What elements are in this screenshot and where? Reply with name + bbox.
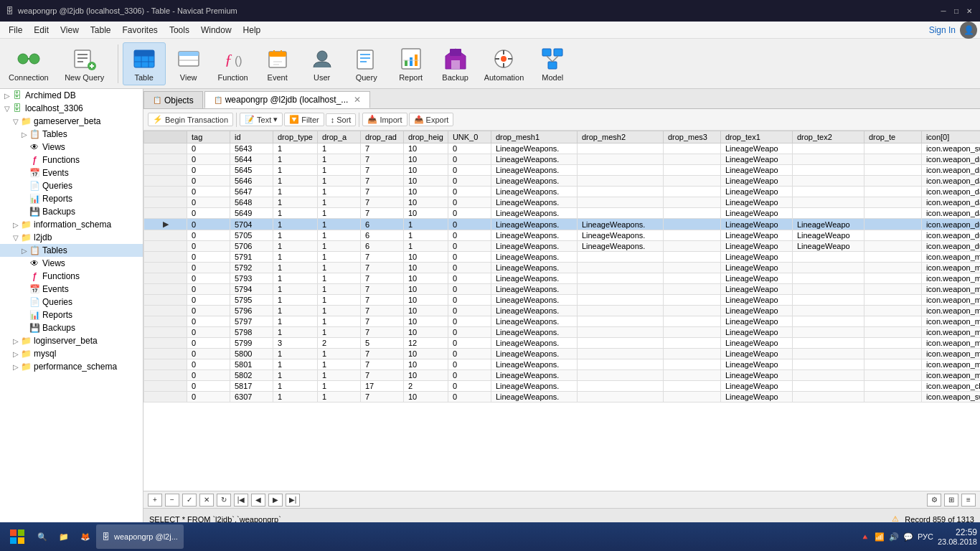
table-row[interactable]: ▶0570411610LineageWeapons.LineageWeapons… (144, 219, 981, 230)
table-row[interactable]: 05644117100LineageWeapons.LineageWeapoic… (144, 154, 981, 165)
table-row[interactable]: 05648117100LineageWeapons.LineageWeapoic… (144, 197, 981, 208)
menu-tools[interactable]: Tools (164, 24, 195, 37)
col-drop-mesh2[interactable]: drop_mesh2 (577, 131, 663, 143)
sidebar-item-l2jdb-queries[interactable]: 📄 Queries (0, 296, 143, 309)
toolbar-event[interactable]: Event (256, 42, 299, 85)
col-id[interactable]: id (230, 131, 273, 143)
sidebar-item-gs-reports[interactable]: 📊 Reports (0, 192, 143, 205)
taskbar-search[interactable]: 🔍 (32, 524, 53, 549)
sidebar-item-info-schema[interactable]: ▷ 📁 information_schema (0, 218, 143, 231)
table-row[interactable]: 0570511610LineageWeapons.LineageWeapons.… (144, 230, 981, 241)
col-drop-tex3[interactable]: drop_te (864, 131, 921, 143)
toolbar-backup[interactable]: Backup (434, 42, 477, 85)
table-row[interactable]: 05645117100LineageWeapons.LineageWeapoic… (144, 165, 981, 176)
toolbar-table[interactable]: Table (123, 42, 166, 85)
tab-close-icon[interactable]: ✕ (354, 95, 361, 105)
nav-last-button[interactable]: ▶| (286, 494, 300, 507)
toolbar-model[interactable]: Model (531, 42, 574, 85)
taskbar-explorer[interactable]: 📁 (53, 524, 75, 549)
sidebar-item-localhost[interactable]: ▽ 🗄 localhost_3306 (0, 102, 143, 115)
confirm-edit-button[interactable]: ✓ (182, 494, 197, 507)
col-drop-rad[interactable]: drop_rad (360, 131, 403, 143)
sidebar-item-gs-views[interactable]: 👁 Views (0, 141, 143, 154)
sidebar-item-l2jdb[interactable]: ▽ 📁 l2jdb (0, 231, 143, 244)
col-drop-heig[interactable]: drop_heig (403, 131, 448, 143)
table-row[interactable]: 0570611610LineageWeapons.LineageWeapons.… (144, 241, 981, 252)
settings-button[interactable]: ⚙ (927, 494, 941, 507)
table-row[interactable]: 05643117100LineageWeapons.LineageWeapoic… (144, 143, 981, 154)
nav-prev-button[interactable]: ◀ (251, 494, 265, 507)
sort-button[interactable]: ↕ Sort (326, 113, 357, 126)
maximize-button[interactable]: □ (951, 6, 961, 16)
refresh-button[interactable]: ↻ (217, 494, 231, 507)
toolbar-connection[interactable]: Connection (3, 42, 55, 85)
sidebar-item-mysql[interactable]: ▷ 📁 mysql (0, 347, 143, 360)
text-button[interactable]: 📝 Text ▾ (240, 113, 283, 126)
table-row[interactable]: 05793117100LineageWeapons.LineageWeapoic… (144, 273, 981, 284)
col-drop-mesh1[interactable]: drop_mesh1 (491, 131, 577, 143)
tab-objects[interactable]: 📋 Objects (143, 91, 203, 108)
taskbar-navicat[interactable]: 🗄 weapongrp @l2j... (96, 524, 184, 549)
grid-view-button[interactable]: ⊞ (944, 494, 958, 507)
col-drop-tex1[interactable]: drop_tex1 (720, 131, 792, 143)
toolbar-new-query[interactable]: New Query (56, 42, 113, 85)
tab-weapongrp[interactable]: 📋 weapongrp @l2jdb (localhost_... ✕ (204, 91, 371, 108)
table-row[interactable]: 05796117100LineageWeapons.LineageWeapoic… (144, 306, 981, 316)
form-view-button[interactable]: ≡ (961, 494, 976, 507)
table-row[interactable]: 05794117100LineageWeapons.LineageWeapoic… (144, 284, 981, 295)
data-grid-container[interactable]: tag id drop_type drop_a drop_rad drop_he… (143, 131, 980, 491)
table-row[interactable]: 05649117100LineageWeapons.LineageWeapoic… (144, 208, 981, 219)
sign-in-text[interactable]: Sign In (929, 25, 956, 35)
delete-record-button[interactable]: − (165, 494, 179, 507)
sidebar-item-loginserver[interactable]: ▷ 📁 loginserver_beta (0, 334, 143, 347)
sidebar-item-perf-schema[interactable]: ▷ 📁 performance_schema (0, 360, 143, 373)
export-button[interactable]: 📤 Export (409, 113, 454, 126)
toolbar-user[interactable]: User (301, 42, 344, 85)
col-drop-mesh3[interactable]: drop_mes3 (663, 131, 720, 143)
import-button[interactable]: 📥 Import (362, 113, 407, 126)
col-icon0[interactable]: icon[0] (921, 131, 980, 143)
menu-edit[interactable]: Edit (28, 24, 55, 37)
minimize-button[interactable]: ─ (938, 6, 948, 16)
menu-file[interactable]: File (3, 24, 28, 37)
sidebar-item-archimed[interactable]: ▷ 🗄 Archimed DB (0, 89, 143, 102)
table-row[interactable]: 05647117100LineageWeapons.LineageWeapoic… (144, 187, 981, 197)
table-row[interactable]: 05791117100LineageWeapons.LineageWeapoic… (144, 252, 981, 263)
table-row[interactable]: 05800117100LineageWeapons.LineageWeapoic… (144, 349, 981, 359)
sidebar-item-gs-tables[interactable]: ▷ 📋 Tables (0, 128, 143, 141)
table-row[interactable]: 05817111720LineageWeapons.LineageWeapoic… (144, 381, 981, 392)
sidebar-item-l2jdb-views[interactable]: 👁 Views (0, 257, 143, 270)
col-drop-type[interactable]: drop_type (273, 131, 318, 143)
sidebar-item-gameserver[interactable]: ▽ 📁 gameserver_beta (0, 115, 143, 128)
table-row[interactable]: 05792117100LineageWeapons.LineageWeapoic… (144, 263, 981, 273)
toolbar-report[interactable]: Report (390, 42, 433, 85)
menu-favorites[interactable]: Favorites (117, 24, 164, 37)
cancel-edit-button[interactable]: ✕ (199, 494, 214, 507)
menu-window[interactable]: Window (195, 24, 237, 37)
toolbar-automation[interactable]: Automation (479, 42, 530, 85)
table-row[interactable]: 05801117100LineageWeapons.LineageWeapoic… (144, 359, 981, 370)
begin-transaction-button[interactable]: ⚡ Begin Transaction (148, 113, 233, 126)
sidebar-item-l2jdb-events[interactable]: 📅 Events (0, 283, 143, 296)
menu-table[interactable]: Table (85, 24, 117, 37)
table-row[interactable]: 05799325120LineageWeapons.LineageWeapoic… (144, 338, 981, 349)
sidebar-item-gs-backups[interactable]: 💾 Backups (0, 205, 143, 218)
col-drop-tex2[interactable]: drop_tex2 (792, 131, 864, 143)
col-unk0[interactable]: UNK_0 (448, 131, 491, 143)
table-row[interactable]: 05795117100LineageWeapons.LineageWeapoic… (144, 295, 981, 306)
menu-help[interactable]: Help (237, 24, 267, 37)
col-tag[interactable]: tag (187, 131, 230, 143)
table-row[interactable]: 05646117100LineageWeapons.LineageWeapoic… (144, 176, 981, 187)
toolbar-function[interactable]: ƒ () Function (212, 42, 255, 85)
start-button[interactable] (3, 524, 32, 550)
menu-view[interactable]: View (55, 24, 85, 37)
taskbar-browser[interactable]: 🦊 (75, 524, 96, 549)
sidebar-item-l2jdb-tables[interactable]: ▷ 📋 Tables (0, 244, 143, 257)
sidebar-item-l2jdb-backups[interactable]: 💾 Backups (0, 321, 143, 334)
add-record-button[interactable]: + (148, 494, 162, 507)
sidebar-item-l2jdb-reports[interactable]: 📊 Reports (0, 309, 143, 321)
sidebar-item-l2jdb-functions[interactable]: ƒ Functions (0, 270, 143, 283)
sidebar-item-gs-queries[interactable]: 📄 Queries (0, 179, 143, 192)
toolbar-query[interactable]: Query (345, 42, 388, 85)
filter-button[interactable]: 🔽 Filter (284, 113, 324, 126)
